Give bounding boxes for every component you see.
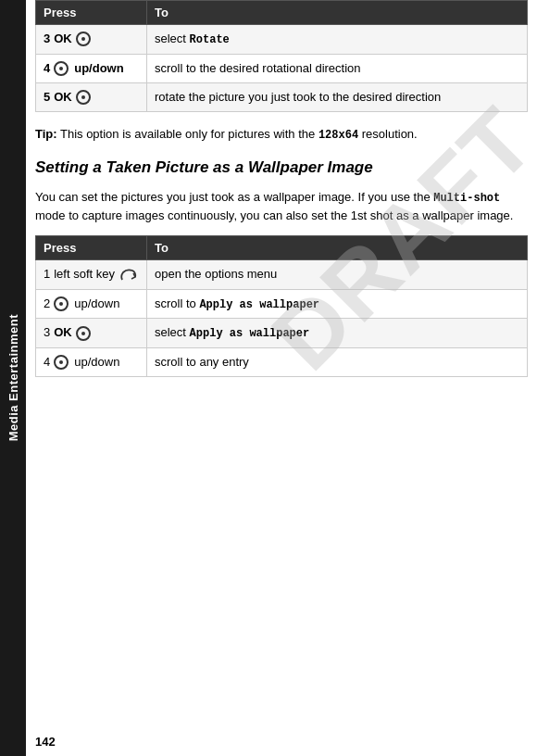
rotate-label: Rotate — [190, 33, 230, 46]
step-cell-b1: 1 left soft key — [36, 260, 147, 289]
step-number: 1 — [44, 266, 50, 283]
body-text-1: You can set the pictures you just took a… — [35, 190, 433, 204]
sidebar-label: Media Entertainment — [6, 314, 20, 441]
step-cell: 4 up/down — [36, 54, 147, 82]
ok-circle-icon-3 — [76, 32, 91, 46]
tip-text2: resolution. — [358, 127, 418, 141]
result-cell-b1: open the options menu — [147, 260, 528, 289]
action-cell-5: 5 OK — [44, 89, 139, 106]
action-cell-b3: 3 OK — [44, 324, 139, 341]
body-paragraph: You can set the pictures you just took a… — [35, 188, 528, 225]
step-number: 4 — [44, 60, 50, 77]
ok-label-5: OK — [54, 89, 72, 106]
table-row: 5 OK rotate the picture you just took to… — [36, 82, 528, 111]
body-text-2: mode to capture images continuously, you… — [35, 208, 513, 222]
step-number: 5 — [44, 89, 50, 106]
bottom-instruction-table: Press To 1 left soft key — [35, 235, 528, 377]
top-instruction-table: Press To 3 OK select Rotate — [35, 0, 528, 112]
updown-label-4: up/down — [74, 60, 123, 77]
action-cell-b1: 1 left soft key — [44, 266, 139, 283]
step-cell: 5 OK — [36, 82, 147, 111]
lsk-text: left soft key — [54, 266, 115, 283]
bottom-table-header-to: To — [147, 236, 528, 260]
section-heading: Setting a Taken Picture as a Wallpaper I… — [35, 157, 528, 179]
ok-circle-icon-5 — [76, 90, 91, 105]
tip-text: This option is available only for pictur… — [57, 127, 318, 141]
result-cell-3: select Rotate — [147, 25, 528, 55]
result-cell-b2: scroll to Apply as wallpaper — [147, 289, 528, 319]
resolution-code: 128x64 — [318, 129, 358, 142]
step-cell-b2: 2 up/down — [36, 289, 147, 319]
result-cell-5: rotate the picture you just took to the … — [147, 82, 528, 111]
action-cell-b2: 2 up/down — [44, 296, 139, 312]
step-cell: 3 OK — [36, 25, 147, 55]
top-table-header-to: To — [147, 1, 528, 25]
table-row: 2 up/down scroll to Apply as wallpaper — [36, 289, 528, 319]
circle-icon-b2 — [54, 296, 69, 311]
main-content: DRAFT Press To 3 OK select Rotate — [26, 0, 537, 756]
apply-wallpaper-label-b2: Apply as wallpaper — [199, 298, 319, 311]
action-cell-3: 3 OK — [44, 31, 139, 47]
apply-wallpaper-label-b3: Apply as wallpaper — [190, 327, 310, 340]
circle-icon-b4 — [54, 355, 69, 370]
step-cell-b3: 3 OK — [36, 319, 147, 348]
step-number: 3 — [44, 31, 50, 47]
step-number: 2 — [44, 296, 50, 312]
step-number: 4 — [44, 354, 50, 371]
circle-icon-4 — [54, 61, 69, 76]
bottom-table-header-press: Press — [36, 236, 147, 260]
result-cell-b4: scroll to any entry — [147, 348, 528, 377]
step-number: 3 — [44, 324, 50, 341]
left-soft-key-icon — [119, 267, 139, 284]
action-cell-b4: 4 up/down — [44, 354, 139, 371]
result-cell-b3: select Apply as wallpaper — [147, 319, 528, 348]
page-number: 142 — [35, 735, 56, 749]
ok-circle-icon-b3 — [76, 326, 91, 341]
action-cell-4: 4 up/down — [44, 60, 139, 77]
result-cell-4: scroll to the desired rotational directi… — [147, 54, 528, 82]
table-row: 4 up/down scroll to any entry — [36, 348, 528, 377]
tip-label: Tip: — [35, 127, 57, 141]
ok-label-b3: OK — [54, 324, 72, 341]
updown-label-b4: up/down — [74, 354, 119, 371]
sidebar: Media Entertainment — [0, 0, 26, 756]
table-row: 1 left soft key open the options menu — [36, 260, 528, 289]
table-row: 4 up/down scroll to the desired rotation… — [36, 54, 528, 82]
updown-label-b2: up/down — [74, 296, 119, 312]
table-row: 3 OK select Apply as wallpaper — [36, 319, 528, 348]
tip-section: Tip: This option is available only for p… — [35, 125, 528, 144]
top-table-header-press: Press — [36, 1, 147, 25]
multi-shot-label: Multi-shot — [433, 192, 500, 205]
ok-label-3: OK — [54, 31, 72, 47]
step-cell-b4: 4 up/down — [36, 348, 147, 377]
table-row: 3 OK select Rotate — [36, 25, 528, 55]
